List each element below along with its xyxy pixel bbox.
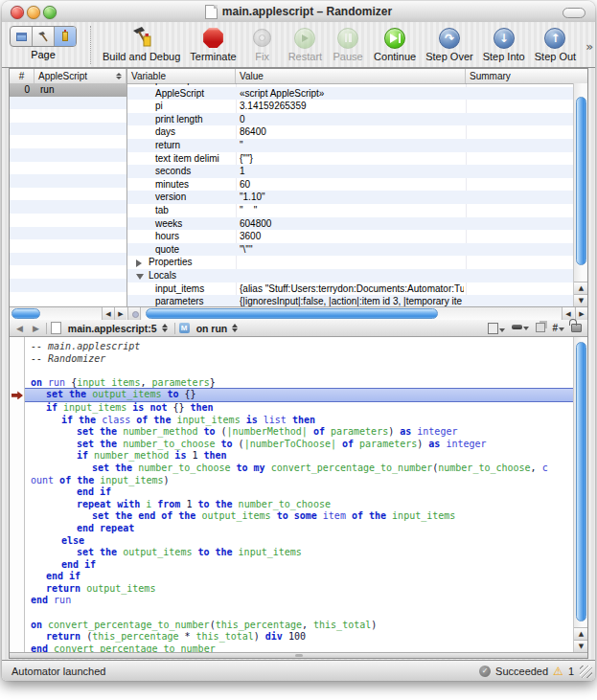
scroll-right-button[interactable]: ▶	[114, 307, 126, 320]
scroll-up-button[interactable]: ▲	[574, 282, 587, 294]
step-into-button[interactable]: ↓Step Into	[483, 26, 525, 62]
step-out-button[interactable]: ↑Step Out	[535, 26, 576, 62]
marker-menu-button[interactable]	[512, 325, 529, 332]
empty-row	[10, 97, 126, 110]
code-line[interactable]: -- Randomizer	[25, 353, 573, 366]
column-header-applescript[interactable]: AppleScript	[34, 69, 126, 83]
build-and-debug-button[interactable]: Build and Debug	[103, 26, 180, 62]
scrollbar-thumb[interactable]	[576, 97, 586, 265]
variables-vertical-scrollbar[interactable]: ▲ ▼	[573, 83, 587, 306]
editor-gutter[interactable]	[10, 337, 25, 652]
step-over-button[interactable]: ↷Step Over	[425, 26, 473, 62]
variable-row[interactable]: pi3.14159265359	[127, 100, 573, 113]
scrollbar-thumb[interactable]	[11, 308, 40, 319]
terminate-button[interactable]: Terminate	[190, 26, 236, 62]
code-line[interactable]: end convert_percentage_to_number	[25, 644, 573, 652]
bookmark-menu-button[interactable]	[488, 323, 505, 334]
segment-debug[interactable]	[55, 27, 76, 46]
variable-row[interactable]: AppleScript«script AppleScript»	[127, 87, 573, 101]
disclosure-triangle-icon[interactable]	[136, 260, 142, 267]
scroll-down-button[interactable]: ▼	[574, 640, 587, 652]
symbol-popup[interactable]: on run	[194, 323, 241, 334]
warning-count[interactable]: 1	[568, 666, 574, 677]
code-line[interactable]: end if	[25, 486, 573, 499]
column-header-value[interactable]: Value	[236, 69, 466, 83]
file-popup[interactable]: main.applescript:5	[65, 323, 171, 334]
disclosure-triangle-icon[interactable]	[136, 274, 144, 280]
editor-vertical-scrollbar[interactable]: ▲ ▼	[573, 337, 587, 652]
code-line[interactable]: else	[25, 535, 573, 548]
code-line[interactable]: end run	[25, 595, 573, 607]
go-back-button[interactable]: ◀	[13, 324, 26, 333]
scrollbar-thumb[interactable]	[146, 308, 438, 319]
scroll-down-button[interactable]: ▼	[574, 294, 587, 306]
scroll-up-button[interactable]: ▲	[574, 627, 587, 640]
variable-row[interactable]: return"	[127, 139, 573, 152]
toolbar-toggle-pill[interactable]	[563, 8, 586, 18]
code-line[interactable]: return output_items	[25, 583, 573, 596]
column-header-number[interactable]: #	[10, 69, 34, 83]
scroll-right-button[interactable]: ▶	[575, 307, 587, 320]
variable-row[interactable]: print length0	[127, 113, 573, 126]
code-editor[interactable]: -- main.applescript-- Randomizer on run …	[10, 337, 587, 652]
column-header-summary[interactable]: Summary	[466, 69, 587, 83]
variable-row[interactable]: tab" "	[127, 204, 573, 217]
page-segmented-control[interactable]	[10, 26, 77, 47]
code-line[interactable]: set the end of the output_items to some …	[25, 510, 573, 523]
code-line[interactable]: end repeat	[25, 523, 573, 535]
resize-grip[interactable]	[580, 666, 592, 678]
call-stack-row[interactable]: 0run	[10, 83, 126, 97]
code-line[interactable]: ount of the input_items)	[25, 475, 573, 487]
code-line[interactable]: if the class of the input_items is list …	[25, 415, 573, 427]
scrollbar-thumb[interactable]	[576, 342, 586, 621]
left-hscroll-track[interactable]	[10, 307, 102, 320]
program-counter-arrow-icon[interactable]	[11, 391, 23, 399]
code-line[interactable]: -- main.applescript	[25, 341, 573, 353]
column-header-variable[interactable]: Variable	[127, 69, 236, 83]
go-forward-button[interactable]: ▶	[30, 324, 42, 333]
variable-row[interactable]: version"1.10"	[127, 191, 573, 204]
variable-row[interactable]: seconds1	[127, 165, 573, 178]
toolbar-overflow-chevron[interactable]: »	[586, 39, 595, 54]
lock-button[interactable]	[571, 324, 582, 333]
code-line[interactable]: end if	[25, 559, 573, 572]
variable-row[interactable]: quote"\""	[127, 243, 573, 257]
code-line[interactable]: set the output_items to {}	[25, 388, 573, 402]
code-line[interactable]: end if	[25, 571, 573, 583]
code-line[interactable]: if input_items is not {} then	[25, 402, 573, 415]
continue-icon	[384, 28, 405, 49]
scroll-left-button[interactable]: ◀	[102, 307, 114, 320]
code-line[interactable]	[25, 607, 573, 620]
code-line[interactable]: repeat with i from 1 to the number_to_ch…	[25, 499, 573, 511]
counterpart-button[interactable]	[536, 323, 545, 334]
code-line[interactable]: set the number_method to (|numberMethod|…	[25, 426, 573, 439]
segment-build[interactable]	[33, 27, 55, 46]
editor-splitter-handle[interactable]	[10, 652, 587, 658]
line-number-menu-button[interactable]: #	[552, 324, 564, 333]
variable-value: 86400	[240, 126, 464, 137]
variable-row[interactable]: text item delimi{""}	[127, 152, 573, 166]
variable-row[interactable]: hours3600	[127, 230, 573, 243]
variable-row[interactable]: input_items{alias "Stuff:Users:terrydon:…	[127, 282, 573, 296]
variable-row[interactable]: parameters{|ignoresInput|:false, |action…	[127, 295, 573, 306]
variable-row[interactable]: days86400	[127, 125, 573, 139]
segment-editor[interactable]	[11, 27, 33, 46]
continue-button[interactable]: Continue	[374, 26, 416, 62]
code-line[interactable]	[25, 365, 573, 377]
variable-row[interactable]: Locals	[127, 269, 573, 282]
code-line[interactable]: set the output_items to the input_items	[25, 547, 573, 559]
popup-arrows-icon	[162, 324, 168, 332]
variable-row[interactable]: minutes60	[127, 178, 573, 192]
code-line[interactable]: on convert_percentage_to_number(this_per…	[25, 620, 573, 632]
succeeded-label[interactable]: Succeeded	[495, 666, 548, 677]
title-bar[interactable]: main.applescript – Randomizer	[2, 1, 595, 23]
pane-splitter-handle[interactable]	[127, 307, 141, 320]
right-hscroll-track[interactable]	[142, 307, 561, 320]
variable-row[interactable]: Properties	[127, 256, 573, 269]
code-line[interactable]: set the number_to_choose to my convert_p…	[25, 463, 573, 475]
variable-row[interactable]: weeks604800	[127, 217, 573, 231]
code-line[interactable]: return (this_percentage * this_total) di…	[25, 631, 573, 644]
empty-row	[10, 279, 126, 292]
code-line[interactable]: set the number_to_choose to (|numberToCh…	[25, 439, 573, 451]
code-line[interactable]: if number_method is 1 then	[25, 450, 573, 463]
